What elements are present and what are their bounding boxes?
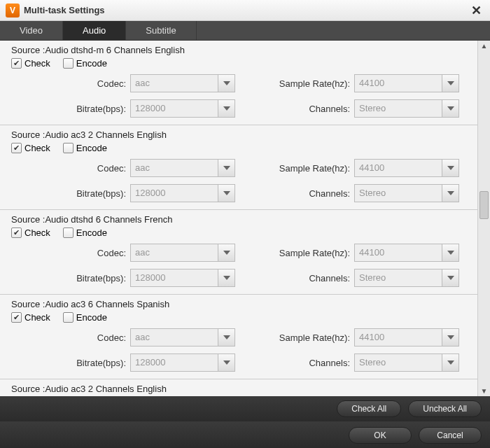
codec-combo[interactable]: aac — [130, 74, 235, 92]
chevron-down-icon — [223, 251, 230, 255]
check-row: ✔CheckEncode — [11, 312, 470, 323]
codec-combo[interactable]: aac — [130, 244, 235, 262]
chevron-down-icon — [447, 360, 454, 365]
channels-combo[interactable]: Stereo — [354, 354, 459, 372]
bitrate-dropdown-button[interactable] — [218, 100, 234, 117]
channels-dropdown-button[interactable] — [442, 100, 458, 117]
sample-rate-combo[interactable]: 44100 — [354, 159, 459, 177]
bitrate-combo[interactable]: 128000 — [130, 99, 235, 118]
window-title: Multi-task Settings — [24, 5, 468, 15]
close-icon[interactable]: ✕ — [468, 3, 484, 18]
check-option[interactable]: ✔Check — [11, 227, 50, 238]
scroll-thumb[interactable] — [479, 191, 489, 219]
codec-dropdown-button[interactable] — [218, 75, 234, 92]
sample-rate-label: Sample Rate(hz): — [242, 163, 354, 174]
chevron-down-icon — [223, 276, 230, 280]
chevron-down-icon — [223, 106, 230, 111]
tab-video[interactable]: Video — [0, 21, 63, 40]
encode-option[interactable]: Encode — [63, 312, 107, 323]
encode-option[interactable]: Encode — [63, 58, 107, 69]
bitrate-dropdown-button[interactable] — [218, 354, 234, 371]
sample-rate-dropdown-button[interactable] — [442, 329, 458, 346]
sample-rate-value: 44100 — [355, 329, 442, 346]
codec-combo[interactable]: aac — [130, 328, 235, 346]
check-checkbox[interactable]: ✔ — [11, 227, 22, 238]
sample-rate-value: 44100 — [355, 75, 442, 92]
codec-dropdown-button[interactable] — [218, 160, 234, 176]
codec-combo[interactable]: aac — [130, 159, 235, 177]
field-grid: Codec:aacSample Rate(hz):44100Bitrate(bp… — [11, 328, 470, 372]
tab-audio[interactable]: Audio — [63, 21, 126, 40]
codec-label: Codec: — [11, 248, 130, 258]
check-checkbox[interactable]: ✔ — [11, 58, 22, 69]
bitrate-combo[interactable]: 128000 — [130, 269, 235, 287]
encode-checkbox[interactable] — [63, 312, 74, 323]
scroll-track[interactable] — [478, 51, 490, 386]
sample-rate-combo[interactable]: 44100 — [354, 328, 459, 346]
bitrate-value: 128000 — [131, 100, 218, 117]
codec-dropdown-button[interactable] — [218, 244, 234, 261]
check-label: Check — [24, 143, 50, 153]
tab-subtitle[interactable]: Subtitle — [126, 21, 196, 40]
chevron-down-icon — [223, 360, 230, 365]
scroll-down-icon[interactable]: ▼ — [481, 386, 488, 396]
channels-combo[interactable]: Stereo — [354, 269, 459, 287]
channels-combo[interactable]: Stereo — [354, 99, 459, 118]
audio-list: Source :Audio dtshd-m 6 Channels English… — [0, 41, 477, 396]
chevron-down-icon — [447, 191, 454, 195]
channels-dropdown-button[interactable] — [442, 270, 458, 286]
codec-value: aac — [131, 75, 218, 92]
bitrate-dropdown-button[interactable] — [218, 185, 234, 202]
field-grid: Codec:aacSample Rate(hz):44100Bitrate(bp… — [11, 74, 470, 118]
chevron-down-icon — [447, 106, 454, 111]
check-all-button[interactable]: Check All — [337, 400, 401, 417]
sample-rate-dropdown-button[interactable] — [442, 75, 458, 92]
dialog-button-bar: OK Cancel — [0, 423, 490, 448]
encode-option[interactable]: Encode — [63, 143, 107, 153]
sample-rate-dropdown-button[interactable] — [442, 160, 458, 176]
check-checkbox[interactable]: ✔ — [11, 143, 22, 153]
bitrate-combo[interactable]: 128000 — [130, 354, 235, 372]
encode-checkbox[interactable] — [63, 143, 74, 153]
encode-label: Encode — [76, 227, 107, 238]
encode-checkbox[interactable] — [63, 58, 74, 69]
scrollbar[interactable]: ▲ ▼ — [477, 41, 490, 396]
codec-label: Codec: — [11, 332, 130, 343]
channels-value: Stereo — [355, 354, 442, 371]
sample-rate-combo[interactable]: 44100 — [354, 74, 459, 92]
cancel-button[interactable]: Cancel — [419, 427, 482, 444]
bitrate-label: Bitrate(bps): — [11, 273, 130, 284]
channels-value: Stereo — [355, 270, 442, 286]
bitrate-dropdown-button[interactable] — [218, 270, 234, 286]
check-option[interactable]: ✔Check — [11, 143, 50, 153]
check-option[interactable]: ✔Check — [11, 312, 50, 323]
encode-checkbox[interactable] — [63, 227, 74, 238]
bitrate-label: Bitrate(bps): — [11, 188, 130, 199]
check-row: ✔CheckEncode — [11, 58, 470, 69]
sample-rate-dropdown-button[interactable] — [442, 244, 458, 261]
check-button-bar: Check All Uncheck All — [0, 396, 490, 421]
encode-option[interactable]: Encode — [63, 227, 107, 238]
sample-rate-combo[interactable]: 44100 — [354, 244, 459, 262]
audio-group: Source :Audio ac3 2 Channels English — [0, 379, 477, 396]
channels-dropdown-button[interactable] — [442, 185, 458, 202]
ok-button[interactable]: OK — [349, 427, 412, 444]
channels-value: Stereo — [355, 100, 442, 117]
uncheck-all-button[interactable]: Uncheck All — [408, 400, 482, 417]
field-grid: Codec:aacSample Rate(hz):44100Bitrate(bp… — [11, 159, 470, 202]
codec-dropdown-button[interactable] — [218, 329, 234, 346]
check-option[interactable]: ✔Check — [11, 58, 50, 69]
audio-group: Source :Audio dtshd-m 6 Channels English… — [0, 41, 477, 125]
check-checkbox[interactable]: ✔ — [11, 312, 22, 323]
channels-dropdown-button[interactable] — [442, 354, 458, 371]
channels-combo[interactable]: Stereo — [354, 184, 459, 202]
scroll-up-icon[interactable]: ▲ — [481, 41, 488, 51]
source-header: Source :Audio dtshd-m 6 Channels English — [11, 45, 470, 55]
bitrate-value: 128000 — [131, 185, 218, 202]
codec-value: aac — [131, 160, 218, 176]
codec-label: Codec: — [11, 78, 130, 89]
bitrate-combo[interactable]: 128000 — [130, 184, 235, 202]
field-grid: Codec:aacSample Rate(hz):44100Bitrate(bp… — [11, 244, 470, 287]
encode-label: Encode — [76, 312, 107, 323]
codec-value: aac — [131, 244, 218, 261]
